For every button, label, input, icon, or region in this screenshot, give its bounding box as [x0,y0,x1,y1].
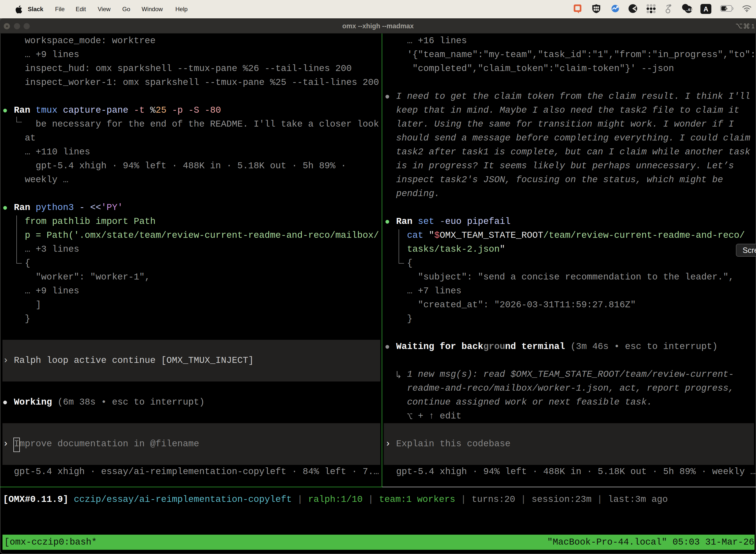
svg-text:1: 1 [751,23,755,30]
svg-text:..61: ..61 [686,7,692,12]
svg-text:A: A [703,5,708,13]
